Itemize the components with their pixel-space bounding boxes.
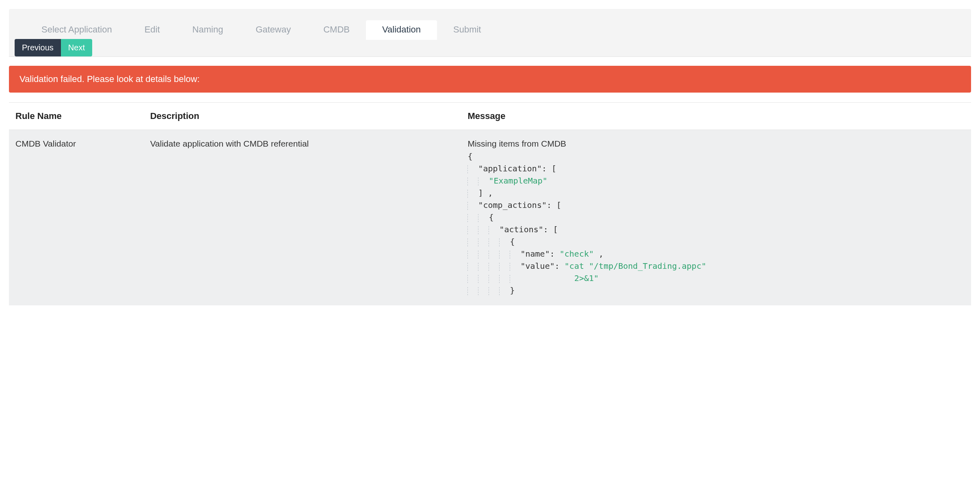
cell-rule-name: CMDB Validator	[9, 130, 144, 306]
col-header-message: Message	[461, 103, 971, 130]
col-header-description: Description	[144, 103, 461, 130]
col-header-rule: Rule Name	[9, 103, 144, 130]
wizard-nav-buttons: Previous Next	[9, 39, 971, 56]
wizard-panel: Select ApplicationEditNamingGatewayCMDBV…	[9, 9, 971, 305]
tab-cmdb[interactable]: CMDB	[307, 20, 366, 40]
validation-table: Rule Name Description Message CMDB Valid…	[9, 103, 971, 305]
tab-naming[interactable]: Naming	[176, 20, 240, 40]
tab-edit[interactable]: Edit	[128, 20, 176, 40]
tab-validation[interactable]: Validation	[366, 20, 437, 40]
next-button[interactable]: Next	[61, 39, 92, 56]
previous-button[interactable]: Previous	[15, 39, 61, 56]
message-title: Missing items from CMDB	[467, 139, 965, 149]
cell-message: Missing items from CMDB{ "application": …	[461, 130, 971, 306]
table-row: CMDB ValidatorValidate application with …	[9, 130, 971, 306]
wizard-tabs: Select ApplicationEditNamingGatewayCMDBV…	[9, 9, 971, 40]
cell-description: Validate application with CMDB referenti…	[144, 130, 461, 306]
tab-select-application[interactable]: Select Application	[25, 20, 128, 40]
message-json: { "application": [ "ExampleMap" ] , "com…	[467, 150, 965, 296]
wizard-content: Validation failed. Please look at detail…	[9, 57, 971, 305]
validation-alert: Validation failed. Please look at detail…	[9, 66, 971, 93]
tab-gateway[interactable]: Gateway	[239, 20, 307, 40]
tab-submit[interactable]: Submit	[437, 20, 497, 40]
